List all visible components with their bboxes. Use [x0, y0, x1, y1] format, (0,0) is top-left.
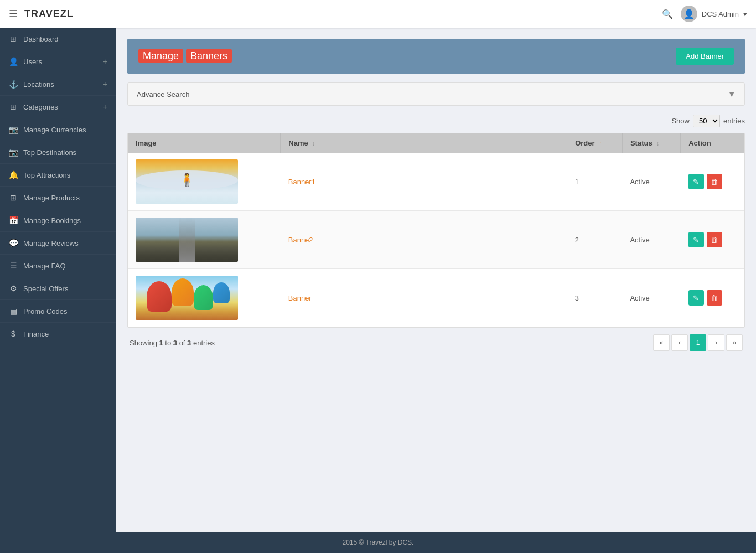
delete-button[interactable]: 🗑 [707, 174, 722, 189]
sidebar-icon: 💬 [9, 239, 18, 247]
sidebar-icon: 👤 [9, 57, 18, 66]
search-icon[interactable]: 🔍 [662, 9, 673, 19]
sidebar-item-label: Dashboard [23, 35, 59, 43]
edit-button[interactable]: ✎ [688, 232, 704, 247]
page-prev-button[interactable]: ‹ [671, 334, 688, 351]
table-row: Banne22Active✎🗑 [128, 211, 744, 269]
sidebar-item-manage-reviews[interactable]: 💬Manage Reviews [0, 232, 116, 255]
show-entries-row: Show 50 25 10 entries [127, 115, 745, 127]
sidebar-item-categories[interactable]: ⊞Categories+ [0, 96, 116, 118]
hamburger-icon[interactable]: ☰ [9, 8, 18, 20]
sidebar-item-top-destinations[interactable]: 📷Top Destinations [0, 141, 116, 164]
delete-button[interactable]: 🗑 [707, 232, 722, 247]
pagination-info: Showing 1 to 3 of 3 entries [130, 339, 215, 347]
topbar-right: 🔍 👤 DCS Admin ▾ [662, 6, 747, 22]
table-header-row: Image Name ↕ Order ↑ Status ↕ Action [128, 133, 744, 153]
sidebar-icon: 📷 [9, 125, 18, 134]
pagination-buttons: « ‹ 1 › » [653, 334, 743, 351]
sidebar-item-locations[interactable]: ⚓Locations+ [0, 73, 116, 96]
delete-button[interactable]: 🗑 [707, 290, 722, 306]
page-last-button[interactable]: » [726, 334, 743, 351]
advance-search-label: Advance Search [137, 90, 189, 99]
sidebar-item-users[interactable]: 👤Users+ [0, 50, 116, 73]
add-banner-button[interactable]: Add Banner [676, 48, 734, 65]
sidebar-item-promo-codes[interactable]: ▤Promo Codes [0, 300, 116, 323]
sidebar-item-label: Manage Reviews [23, 239, 79, 247]
sidebar-item-special-offers[interactable]: ⚙Special Offers [0, 277, 116, 300]
plus-icon[interactable]: + [103, 57, 107, 66]
banner-order-cell: 1 [567, 153, 623, 211]
edit-button[interactable]: ✎ [688, 174, 704, 189]
entries-select[interactable]: 50 25 10 [693, 115, 720, 127]
sidebar-icon: ☰ [9, 261, 18, 270]
banner-name-link[interactable]: Banne2 [288, 236, 313, 244]
sidebar-item-label: Locations [23, 80, 54, 89]
sidebar-item-manage-currencies[interactable]: 📷Manage Currencies [0, 118, 116, 141]
sidebar-icon: 🔔 [9, 170, 18, 179]
col-order[interactable]: Order ↑ [567, 133, 623, 153]
chevron-down-icon: ▾ [743, 10, 747, 18]
advance-search-panel[interactable]: Advance Search ▼ [127, 82, 745, 106]
sidebar-item-finance[interactable]: $Finance [0, 323, 116, 345]
page-1-button[interactable]: 1 [690, 334, 706, 351]
banner-status-cell: Active [622, 153, 680, 211]
sidebar-icon: ⊞ [9, 102, 18, 111]
chevron-down-icon: ▼ [728, 90, 736, 99]
sidebar-item-label: Finance [23, 330, 49, 338]
sidebar-item-manage-products[interactable]: ⊞Manage Products [0, 187, 116, 209]
banner-name-link[interactable]: Banner [288, 294, 312, 302]
banner-image-balloons [136, 276, 238, 320]
banner-name-link[interactable]: Banner1 [288, 178, 315, 186]
sidebar-item-label: Categories [23, 103, 58, 111]
sidebar-item-manage-faq[interactable]: ☰Manage FAQ [0, 255, 116, 277]
banner-image-cell [128, 269, 281, 327]
content-area: Manage Banners Add Banner Advance Search… [116, 28, 756, 532]
main-wrapper: ⊞Dashboard👤Users+⚓Locations+⊞Categories+… [0, 28, 756, 532]
sidebar-item-label: Top Attractions [23, 171, 70, 179]
banner-order-cell: 3 [567, 269, 623, 327]
sidebar-icon: ⊞ [9, 34, 18, 43]
sidebar-icon: ⊞ [9, 193, 18, 202]
page-title: Manage Banners [138, 50, 232, 62]
plus-icon[interactable]: + [103, 102, 107, 111]
banner-image-road [136, 218, 238, 262]
show-label: Show [671, 117, 690, 125]
page-first-button[interactable]: « [653, 334, 670, 351]
sidebar-item-label: Manage Currencies [23, 126, 86, 134]
sidebar-item-label: Promo Codes [23, 307, 67, 316]
user-info[interactable]: 👤 DCS Admin ▾ [681, 6, 747, 22]
col-name[interactable]: Name ↕ [281, 133, 567, 153]
banner-order-cell: 2 [567, 211, 623, 269]
page-next-button[interactable]: › [708, 334, 724, 351]
col-status[interactable]: Status ↕ [622, 133, 680, 153]
plus-icon[interactable]: + [103, 80, 107, 89]
edit-button[interactable]: ✎ [688, 290, 704, 306]
banner-name-cell: Banner [281, 269, 567, 327]
sidebar-item-label: Manage Products [23, 194, 80, 202]
sidebar-item-dashboard[interactable]: ⊞Dashboard [0, 28, 116, 50]
sidebar-icon: 📷 [9, 148, 18, 157]
sidebar-icon: ⚙ [9, 284, 18, 293]
banner-image-sky: 🧍 [136, 159, 238, 204]
sidebar-icon: $ [9, 329, 18, 338]
sidebar-item-label: Top Destinations [23, 148, 76, 157]
entries-suffix: entries [723, 117, 745, 125]
username-label: DCS Admin [702, 10, 739, 18]
table-row: 🧍Banner11Active✎🗑 [128, 153, 744, 211]
sidebar-item-label: Manage FAQ [23, 262, 66, 270]
page-header: Manage Banners Add Banner [127, 39, 745, 74]
sidebar-item-top-attractions[interactable]: 🔔Top Attractions [0, 164, 116, 187]
topbar: ☰ TRAVEZL 🔍 👤 DCS Admin ▾ [0, 0, 756, 28]
banners-table: Image Name ↕ Order ↑ Status ↕ Action 🧍Ba… [128, 133, 744, 327]
page-title-prefix: Manage [138, 49, 183, 63]
sidebar-item-manage-bookings[interactable]: 📅Manage Bookings [0, 209, 116, 232]
sidebar: ⊞Dashboard👤Users+⚓Locations+⊞Categories+… [0, 28, 116, 553]
banner-action-cell: ✎🗑 [681, 211, 744, 269]
footer-text: 2015 © Travezl by DCS. [343, 539, 414, 546]
sidebar-icon: ⚓ [9, 80, 18, 89]
banner-status-cell: Active [622, 269, 680, 327]
sidebar-item-label: Special Offers [23, 285, 68, 293]
banner-image-cell [128, 211, 281, 269]
banner-name-cell: Banne2 [281, 211, 567, 269]
page-title-highlight: Banners [186, 49, 232, 63]
